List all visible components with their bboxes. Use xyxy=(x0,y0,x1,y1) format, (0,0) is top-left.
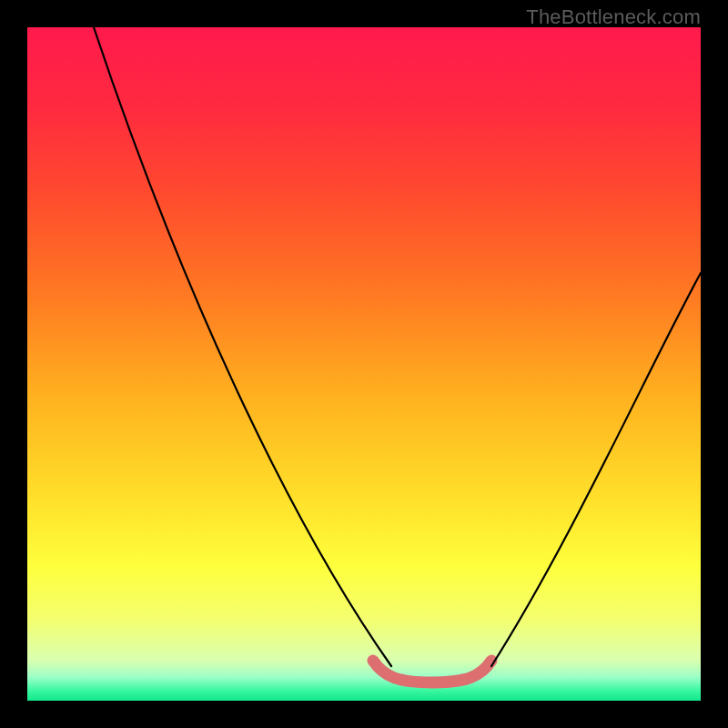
left-black-curve xyxy=(94,27,391,666)
right-black-curve xyxy=(491,273,701,666)
plot-area xyxy=(27,27,701,701)
chart-stage: TheBottleneck.com xyxy=(0,0,728,728)
attribution-text: TheBottleneck.com xyxy=(526,5,701,29)
curves-layer xyxy=(27,27,701,701)
